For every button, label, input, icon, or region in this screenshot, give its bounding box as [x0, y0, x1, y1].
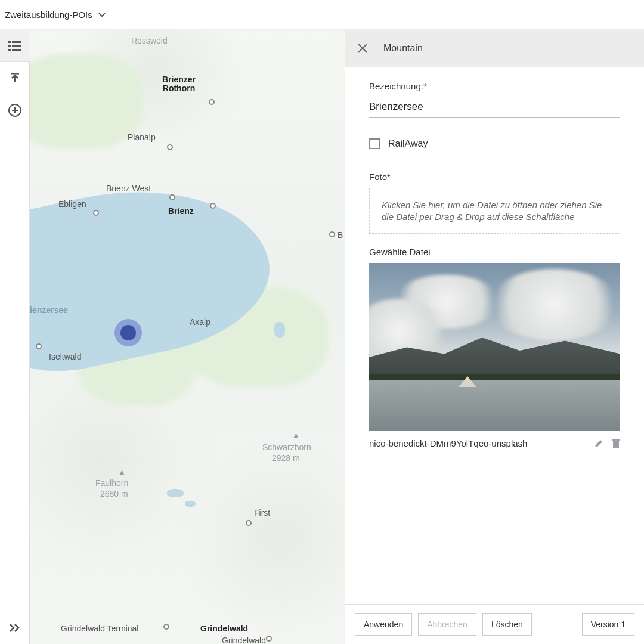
- foto-label: Foto*: [369, 172, 620, 182]
- map-canvas[interactable]: Rossweid BrienzerRothorn Planalp Brienz …: [30, 30, 345, 644]
- map-label: Grindelwald: [200, 624, 248, 633]
- map-label: Grindelwald Terminal: [61, 624, 138, 633]
- panel-title: Mountain: [383, 43, 423, 54]
- svg-rect-9: [612, 439, 620, 441]
- photo-dropzone[interactable]: Klicken Sie hier, um die Datei zu öffnen…: [369, 188, 620, 234]
- svg-rect-2: [8, 45, 11, 47]
- map-label: Brienz: [168, 206, 194, 216]
- map-node: [163, 624, 169, 630]
- svg-rect-5: [12, 49, 21, 51]
- map-node: [209, 99, 215, 105]
- svg-rect-6: [11, 73, 19, 75]
- expand-rail-button[interactable]: [0, 612, 30, 644]
- bezeichnung-label: Bezeichnung:*: [369, 81, 620, 91]
- selected-file-label: Gewählte Datei: [369, 247, 620, 257]
- poi-marker[interactable]: [114, 319, 142, 346]
- svg-rect-10: [614, 439, 618, 439]
- map-label: First: [254, 508, 270, 518]
- map-node: [266, 636, 272, 642]
- delete-button[interactable]: Löschen: [482, 613, 532, 636]
- map-label: BrienzerRothorn: [162, 75, 196, 94]
- version-button[interactable]: Version 1: [582, 613, 634, 636]
- map-label: Planalp: [128, 132, 156, 142]
- map-label: B: [338, 230, 343, 240]
- map-label: Rossweid: [131, 36, 168, 45]
- panel-header: Mountain: [345, 30, 644, 67]
- bezeichnung-input[interactable]: [369, 97, 620, 118]
- chevron-down-icon: [98, 12, 106, 18]
- map-label: 2680 m: [100, 489, 128, 499]
- edit-icon[interactable]: [594, 439, 603, 448]
- map-node: [36, 343, 42, 349]
- svg-rect-0: [8, 41, 11, 43]
- svg-rect-3: [12, 45, 21, 47]
- list-tool[interactable]: [0, 30, 30, 62]
- svg-rect-1: [12, 41, 21, 43]
- apply-button[interactable]: Anwenden: [355, 613, 412, 636]
- photo-preview: [369, 263, 620, 431]
- svg-rect-4: [8, 49, 11, 51]
- map-label: Brienz West: [106, 184, 151, 193]
- map-label: Faulhorn: [95, 478, 128, 488]
- panel-footer: Anwenden Abbrechen Löschen Version 1: [345, 604, 644, 644]
- peak-icon: ▲: [292, 431, 300, 439]
- map-node: [329, 231, 335, 237]
- map-label: Schwarzhorn: [262, 442, 311, 452]
- cancel-button[interactable]: Abbrechen: [418, 613, 476, 636]
- layer-dropdown-label: Zweitausbildung-POIs: [5, 10, 92, 20]
- close-icon[interactable]: [357, 43, 369, 54]
- layer-dropdown[interactable]: Zweitausbildung-POIs: [5, 10, 106, 20]
- map-node: [169, 194, 175, 200]
- map-label: Axalp: [190, 317, 210, 327]
- railaway-label: RailAway: [388, 138, 428, 149]
- add-tool[interactable]: [0, 94, 30, 126]
- upload-tool[interactable]: [0, 62, 30, 94]
- map-label: Ebligen: [58, 199, 86, 209]
- svg-rect-8: [613, 441, 619, 448]
- map-label: Grindelwald: [222, 636, 266, 644]
- map-node: [246, 520, 252, 526]
- map-label: Iseltwald: [49, 352, 81, 361]
- railaway-checkbox[interactable]: [369, 138, 380, 149]
- map-node: [93, 210, 99, 216]
- left-toolbar: [0, 30, 30, 644]
- map-node: [167, 144, 173, 150]
- detail-panel: Mountain Bezeichnung:* RailAway Foto* Kl…: [345, 30, 644, 644]
- delete-icon[interactable]: [612, 439, 620, 448]
- map-label: ienzersee: [30, 305, 68, 315]
- file-name: nico-benedickt-DMm9YolTqeo-unsplash: [369, 438, 527, 448]
- peak-icon: ▲: [118, 467, 126, 476]
- map-node: [210, 203, 216, 209]
- map-label: 2928 m: [272, 453, 300, 463]
